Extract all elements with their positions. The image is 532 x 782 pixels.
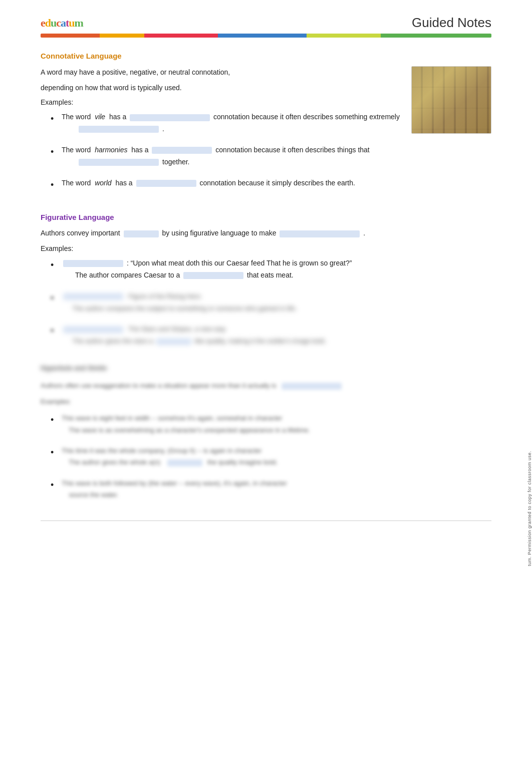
connotative-image — [411, 66, 491, 134]
bullet2-end: together. — [162, 158, 190, 166]
intro-line2: depending on how that word is typically … — [41, 82, 401, 94]
fig-bullet2-sub: The author compares the subject to somet… — [62, 305, 297, 312]
third-bullet-1: This wave is eight feet in width -- some… — [51, 412, 491, 436]
fig-bullet1-quote: : “Upon what meat doth this our Caesar f… — [127, 259, 352, 267]
examples-label-connotative: Examples: — [41, 98, 401, 106]
bullet3-middle: has a — [115, 179, 132, 187]
bullet1-continuation: . — [62, 125, 164, 133]
bullet2-prefix: The word — [62, 146, 91, 154]
logo: educatum — [41, 17, 83, 30]
bullet3-word: world — [95, 179, 111, 187]
page-divider — [41, 520, 491, 521]
figurative-bullet-list: : “Upon what meat doth this our Caesar f… — [41, 257, 491, 347]
third-bullet-list: This wave is eight feet in width -- some… — [41, 412, 491, 500]
figurative-title: Figurative Language — [41, 213, 491, 221]
third-b1-sub: The wave is as overwhelming as a charact… — [62, 424, 491, 436]
third-intro: Authors often use exaggeration to make a… — [41, 380, 491, 391]
fig-bullet1-sub: The author compares Caesar to a that eat… — [62, 271, 294, 279]
blank-fig-2[interactable] — [280, 230, 360, 237]
blank-3a[interactable] — [136, 180, 196, 187]
blank-third-1[interactable] — [282, 383, 342, 390]
bullet2-word: harmonies — [95, 146, 127, 154]
third-examples-label: Examples: — [41, 396, 491, 407]
bullet2-suffix: connotation because it often describes t… — [215, 146, 369, 154]
connotative-bullet-list: The word vile has a connotation because … — [41, 111, 401, 189]
blank-fig-1[interactable] — [124, 230, 159, 237]
bullet2-middle: has a — [131, 146, 148, 154]
blank-fig-b3b[interactable] — [156, 338, 191, 345]
bullet1-prefix: The word — [62, 113, 91, 121]
sidebar-note: tum. Permission granted to copy for clas… — [527, 451, 532, 566]
bullet1-middle: has a — [109, 113, 126, 121]
connotative-bullet-1: The word vile has a connotation because … — [51, 111, 401, 135]
blank-third-2[interactable] — [167, 459, 202, 466]
connotative-bullet-2: The word harmonies has a connotation bec… — [51, 144, 401, 168]
third-b2-text: This time it was the whole company, (Gro… — [62, 445, 491, 456]
logo-area: educatum — [41, 17, 83, 30]
connotative-bullet-3: The word world has a connotation because… — [51, 177, 401, 189]
page-title: Guided Notes — [412, 15, 491, 31]
bullet3-suffix: connotation because it simply describes … — [199, 179, 355, 187]
figurative-bullet-2: Figure of the Rising Hero The author com… — [51, 291, 491, 315]
connotative-text: A word may have a positive, negative, or… — [41, 66, 401, 198]
connotative-section: Connotative Language A word may have a p… — [41, 52, 491, 198]
blank-1a[interactable] — [130, 114, 210, 121]
blank-fig-b1[interactable] — [63, 260, 123, 267]
connotative-title: Connotative Language — [41, 52, 491, 60]
fig-bullet1-sub-end: that eats meat. — [247, 271, 294, 279]
third-bullet-2: This time it was the whole company, (Gro… — [51, 445, 491, 468]
figurative-bullet-1: : “Upon what meat doth this our Caesar f… — [51, 257, 491, 282]
third-bullet-3: This wave is both followed by (the water… — [51, 477, 491, 501]
rainbow-bar — [41, 34, 491, 38]
connotative-content-area: A word may have a positive, negative, or… — [41, 66, 491, 198]
third-section-title: Hyperbole and Simile — [41, 362, 491, 374]
blank-2a[interactable] — [152, 147, 212, 154]
fig-intro-end: . — [363, 229, 365, 237]
fig-intro-mid: by using figurative language to make — [162, 229, 277, 237]
bullet1-suffix: connotation because it often describes s… — [213, 113, 400, 121]
bullet3-prefix: The word — [62, 179, 91, 187]
third-b1-text: This wave is eight feet in width -- some… — [62, 412, 491, 424]
bullet1-word: vile — [95, 113, 105, 121]
fig-bullet2-label: Figure of the Rising Hero — [62, 293, 201, 300]
figurative-bullet-3: The Stars and Stripes, a new way The aut… — [51, 323, 491, 347]
figurative-section: Figurative Language Authors convey impor… — [41, 213, 491, 347]
third-section: Hyperbole and Simile Authors often use e… — [41, 362, 491, 501]
fig-intro-text: Authors convey important — [41, 229, 120, 237]
figurative-intro: Authors convey important by using figura… — [41, 227, 491, 239]
blank-fig-b3a[interactable] — [63, 326, 123, 333]
blank-2b[interactable] — [79, 159, 159, 166]
third-b3-text: This wave is both followed by (the water… — [62, 477, 491, 489]
bullet1-end: . — [162, 125, 164, 133]
blank-fig-b1b[interactable] — [183, 272, 243, 279]
third-b3-sub: source the water. — [62, 489, 491, 500]
header: educatum Guided Notes — [41, 15, 491, 31]
fig-bullet3-label: The Stars and Stripes, a new way — [62, 325, 225, 333]
bullet2-continuation: together. — [62, 158, 190, 166]
blank-1b[interactable] — [79, 126, 159, 133]
blank-fig-b2a[interactable] — [63, 293, 123, 300]
third-b2-sub: The author gives the whole a(n) the qual… — [62, 456, 491, 468]
intro-line1: A word may have a positive, negative, or… — [41, 66, 401, 79]
examples-label-figurative: Examples: — [41, 244, 491, 252]
fig-bullet3-sub: The author gives the stars a like qualit… — [62, 337, 326, 345]
third-title-text: Hyperbole and Simile — [41, 364, 107, 372]
